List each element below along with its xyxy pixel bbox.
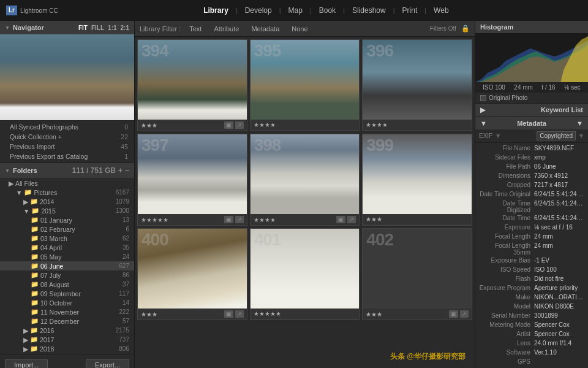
original-photo-checkbox[interactable] [480,95,486,101]
folders-header[interactable]: ▼ Folders 111 / 751 GB + − [0,163,134,178]
collections-list: All Synced Photographs 0 Quick Collectio… [0,121,134,163]
folder-10-oct[interactable]: 📁10 October 14 [0,298,134,307]
photo-grid: 394 ★★★ ▣ ↗ 395 ★★★★ 39 [135,37,475,368]
tab-library[interactable]: Library [196,0,236,21]
photo-stars-395: ★★★★ [254,121,276,128]
folder-add-btn[interactable]: + [118,166,123,175]
histogram-svg [475,33,588,82]
meta-row-expbias: Exposure Bias -1 EV [475,256,588,266]
folder-remove-btn[interactable]: − [125,166,129,175]
folder-pictures[interactable]: ▼📁Pictures 6167 [0,188,134,197]
meta-row-dto: Date Time Original 6/24/15 5:41:24 ... [475,190,588,199]
collection-count: 1 [124,153,128,160]
folder-2016[interactable]: ▶📁2016 2175 [0,326,134,335]
photo-icon-2: ↗ [235,310,244,318]
photo-stars-394: ★★★ [141,122,157,129]
tab-print[interactable]: Print [395,0,425,21]
tab-map[interactable]: Map [281,0,310,21]
filters-off-label: Filters Off [430,25,456,32]
histogram-graph [475,33,588,82]
export-button[interactable]: Export... [86,359,129,368]
collections-section: All Synced Photographs 0 Quick Collectio… [0,121,134,163]
photo-bottom-395: ★★★★ [251,120,360,130]
folder-all-files[interactable]: ▶All Files [0,179,134,188]
tab-book[interactable]: Book [312,0,343,21]
histogram-section: Histogram ISO 100 24 mm [475,21,588,104]
folder-2015[interactable]: ▼📁2015 1300 [0,206,134,215]
navigator-image[interactable] [0,34,134,120]
zoom-2-1[interactable]: 2:1 [121,25,129,31]
meta-row-expprog: Exposure Program Aperture priority [475,284,588,293]
zoom-fill[interactable]: FILL [91,25,104,31]
photo-icons-402: ▣ ↗ [449,310,469,318]
tab-develop[interactable]: Develop [238,0,279,21]
photo-cell-401[interactable]: 401 ★★★★★ [250,228,360,320]
filter-tab-text[interactable]: Text [186,24,205,34]
metadata-header[interactable]: ▼ Metadata ▼ [475,117,588,129]
tab-slideshow[interactable]: Slideshow [345,0,393,21]
folder-12-dec[interactable]: 📁12 December 57 [0,316,134,326]
filter-tab-none[interactable]: None [288,24,311,34]
photo-bottom-397: ★★★★★ ▣ ↗ [138,214,247,225]
photo-bottom-394: ★★★ ▣ ↗ [138,120,247,131]
photo-cell-394[interactable]: 394 ★★★ ▣ ↗ [137,39,247,131]
meta-row-serial: Serial Number 3001899 [475,312,588,321]
photo-image-399 [363,134,472,214]
photo-image-401 [251,229,360,309]
photo-stars-396: ★★★★ [366,121,388,128]
photo-stars-397: ★★★★★ [141,217,168,223]
zoom-1-1[interactable]: 1:1 [108,25,116,31]
folder-2018[interactable]: ▶📁2018 806 [0,344,134,353]
folder-08-aug[interactable]: 📁08 August 37 [0,280,134,289]
stat-aperture: f / 16 [541,84,555,91]
nav-tabs: Library | Develop | Map | Book | Slidesh… [70,0,582,21]
import-button[interactable]: Import... [5,359,48,368]
zoom-fit[interactable]: FIT [78,25,88,31]
folder-04-apr[interactable]: 📁04 April 35 [0,243,134,252]
meta-row-dtd: Date Time Digitized 6/24/15 5:41:24 PM [475,199,588,214]
right-panel: Histogram ISO 100 24 mm [475,21,588,368]
collection-prev-export[interactable]: Previous Export as Catalog 1 [0,151,134,161]
photo-cell-398[interactable]: 398 ★★★★ ▣ ↗ [250,134,360,226]
tab-web[interactable]: Web [426,0,456,21]
filter-tab-metadata[interactable]: Metadata [247,24,283,34]
folder-01-jan[interactable]: 📁01 January 13 [0,215,134,224]
metadata-preset-value[interactable]: Copyrighted [537,131,576,140]
photo-cell-396[interactable]: 396 ★★★★ [362,39,472,131]
meta-row-cropped: Cropped 7217 x 4817 [475,181,588,190]
folder-2017[interactable]: ▶📁2017 737 [0,335,134,344]
lock-icon[interactable]: 🔒 [461,25,470,33]
folder-2014[interactable]: ▶📁2014 1079 [0,197,134,206]
photo-image-398 [251,134,360,214]
collection-quick[interactable]: Quick Collection + 22 [0,132,134,142]
collection-count: 0 [124,123,128,131]
folder-09-sep[interactable]: 📁09 September 117 [0,289,134,298]
collection-name: Previous Export as Catalog [10,153,88,160]
metadata-title: Metadata [517,120,546,127]
folder-03-mar[interactable]: 📁03 March 62 [0,234,134,243]
navigator-header[interactable]: ▼ Navigator FIT FILL 1:1 2:1 [0,21,134,34]
panel-bottom-buttons: Import... Export... [0,355,134,368]
photo-cell-402[interactable]: 402 ★★★ ▣ ↗ [362,228,472,320]
photo-cell-399[interactable]: 399 ★★★ [362,134,472,226]
filter-tab-attribute[interactable]: Attribute [210,24,243,34]
meta-row-lens: Lens 24.0 mm f/1.4 [475,339,588,348]
navigator-triangle: ▼ [5,25,10,31]
folder-11-nov[interactable]: 📁11 November 222 [0,307,134,316]
collection-prev-import[interactable]: Previous Import 45 [0,142,134,151]
keyword-header[interactable]: ▶ Keyword List [475,104,588,117]
photo-cell-400[interactable]: 400 ★★★ ▣ ↗ [137,228,247,320]
histogram-header[interactable]: Histogram [475,21,588,33]
collection-all-synced[interactable]: All Synced Photographs 0 [0,122,134,132]
photo-bottom-399: ★★★ [363,214,472,224]
folder-05-may[interactable]: 📁05 May 24 [0,252,134,261]
folder-06-jun[interactable]: 📁06 June 627 [0,261,134,270]
folder-07-jul[interactable]: 📁07 July 86 [0,270,134,280]
photo-stars-398: ★★★★ [254,217,276,223]
photo-cell-395[interactable]: 395 ★★★★ [250,39,360,131]
keyword-title-text: Keyword List [541,106,583,114]
meta-row-filename: File Name SKY4899.NEF [475,144,588,153]
photo-cell-397[interactable]: 397 ★★★★★ ▣ ↗ [137,134,247,226]
folder-02-feb[interactable]: 📁02 February 6 [0,224,134,234]
photo-image-394 [138,40,247,120]
